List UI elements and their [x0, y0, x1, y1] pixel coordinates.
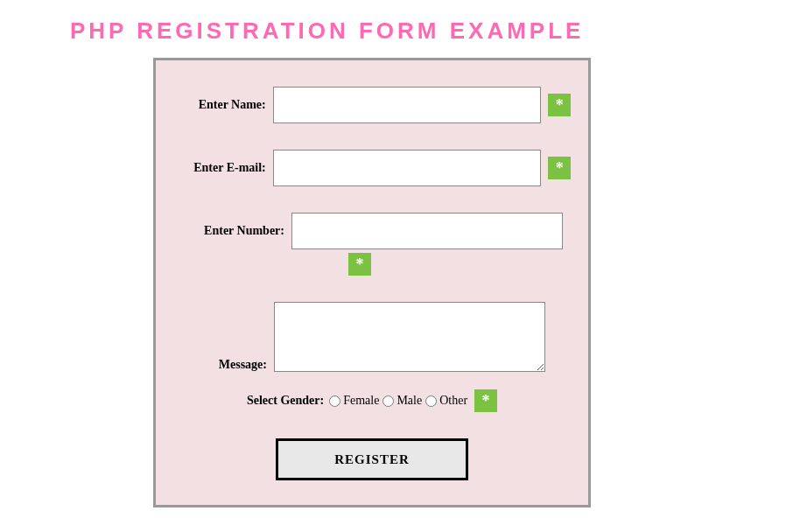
gender-female-label: Female	[343, 394, 379, 408]
gender-label: Select Gender:	[247, 394, 324, 408]
number-row: Enter Number: *	[173, 213, 571, 276]
message-label: Message:	[173, 358, 274, 372]
gender-male-wrap: Male	[382, 394, 422, 408]
gender-row: Select Gender: Female Male Other *	[173, 389, 571, 412]
required-icon: *	[348, 253, 371, 276]
gender-other-radio[interactable]	[425, 396, 437, 407]
number-label: Enter Number:	[173, 224, 291, 238]
name-input[interactable]	[273, 87, 542, 123]
required-icon: *	[548, 94, 571, 116]
registration-form: Enter Name: * Enter E-mail: * Enter Numb…	[153, 58, 591, 508]
message-row: Message:	[173, 302, 571, 372]
number-input[interactable]	[291, 213, 563, 249]
gender-female-radio[interactable]	[329, 396, 340, 407]
email-row: Enter E-mail: *	[173, 150, 571, 186]
required-icon: *	[474, 389, 497, 412]
required-icon: *	[548, 157, 571, 179]
gender-other-label: Other	[439, 394, 467, 408]
message-textarea[interactable]	[274, 302, 545, 372]
gender-other-wrap: Other	[425, 394, 467, 408]
email-input[interactable]	[273, 150, 542, 186]
number-badge-wrap: *	[173, 249, 571, 276]
register-button[interactable]: REGISTER	[276, 438, 468, 480]
email-label: Enter E-mail:	[173, 161, 273, 175]
gender-female-wrap: Female	[329, 394, 379, 408]
page-title: PHP REGISTRATION FORM EXAMPLE	[0, 0, 786, 58]
gender-male-label: Male	[397, 394, 422, 408]
submit-row: REGISTER	[173, 438, 571, 480]
name-label: Enter Name:	[173, 98, 273, 112]
name-row: Enter Name: *	[173, 87, 571, 123]
gender-male-radio[interactable]	[382, 396, 394, 407]
